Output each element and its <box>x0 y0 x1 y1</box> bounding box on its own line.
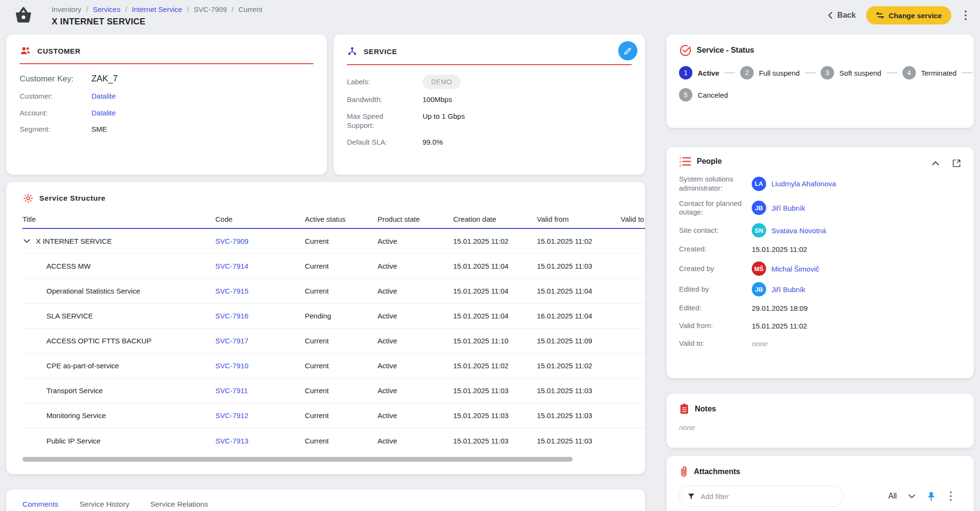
row-title: Operational Statistics Service <box>46 287 140 295</box>
col-product-state[interactable]: Product state <box>378 215 453 223</box>
basket-logo-icon[interactable] <box>12 4 34 26</box>
col-valid-from[interactable]: Valid from <box>537 215 621 223</box>
row-product-state: Active <box>378 386 453 395</box>
step-label: Soft suspend <box>839 69 881 77</box>
field-label: Edited by <box>679 285 752 294</box>
table-row[interactable]: Transport Service SVC-7911 Current Activ… <box>22 378 645 403</box>
table-row[interactable]: Operational Statistics Service SVC-7915 … <box>22 279 645 304</box>
row-code-link[interactable]: SVC-7910 <box>215 362 305 370</box>
person-link[interactable]: Michal Šimovič <box>771 265 819 273</box>
table-row[interactable]: SLA SERVICE SVC-7916 Pending Active 15.0… <box>22 304 645 329</box>
svg-text:1: 1 <box>679 157 681 159</box>
account-link[interactable]: Datalite <box>91 109 116 117</box>
people-card-title: People <box>697 157 722 166</box>
row-code-link[interactable]: SVC-7911 <box>215 386 305 395</box>
change-service-label: Change service <box>889 11 942 20</box>
person-link[interactable]: Svatava Novotná <box>771 227 826 235</box>
row-product-state: Active <box>378 287 453 295</box>
tab-comments[interactable]: Comments <box>22 500 58 509</box>
breadcrumb-separator: / <box>125 5 127 13</box>
table-row[interactable]: X INTERNET SERVICE SVC-7909 Current Acti… <box>22 229 645 254</box>
status-step-canceled[interactable]: 5 Canceled <box>679 88 728 102</box>
chevron-down-icon[interactable] <box>23 239 30 243</box>
expand-window-icon[interactable] <box>952 159 961 168</box>
breadcrumb-services[interactable]: Services <box>93 5 121 13</box>
header-kebab-menu[interactable] <box>962 8 969 23</box>
table-row[interactable]: Monitoring Service SVC-7912 Current Acti… <box>22 403 645 428</box>
status-step-active[interactable]: 1 Active <box>679 66 719 79</box>
segment-value: SME <box>91 125 107 133</box>
tab-service-relations[interactable]: Service Relations <box>150 500 208 509</box>
row-code-link[interactable]: SVC-7913 <box>215 437 305 445</box>
customer-link[interactable]: Datalite <box>91 92 116 100</box>
filter-all-label[interactable]: All <box>888 492 897 500</box>
breadcrumb-internet-service[interactable]: Internet Service <box>132 5 182 13</box>
status-step-terminated[interactable]: 4 Terminated <box>902 66 957 79</box>
col-creation-date[interactable]: Creation date <box>453 215 537 223</box>
person-link[interactable]: Jiří Bubník <box>771 204 805 212</box>
step-number: 5 <box>679 88 692 102</box>
person-link[interactable]: Jiří Bubník <box>771 285 805 294</box>
row-title: Monitoring Service <box>46 411 106 420</box>
segment-row: Segment: SME <box>20 125 313 134</box>
pin-icon[interactable] <box>927 491 935 501</box>
breadcrumb-current[interactable]: Current <box>238 5 262 13</box>
breadcrumb-svc-code[interactable]: SVC-7909 <box>194 5 227 13</box>
field-label: Site contact: <box>679 226 752 235</box>
table-row[interactable]: ACCESS OPTIC FTTS BACKUP SVC-7917 Curren… <box>22 329 645 353</box>
status-step-soft-suspend[interactable]: 3 Soft suspend <box>821 66 881 79</box>
row-code-link[interactable]: SVC-7917 <box>215 337 305 345</box>
breadcrumb-separator: / <box>187 5 189 13</box>
step-number: 3 <box>821 66 834 79</box>
table-row[interactable]: CPE as-part-of-service SVC-7910 Current … <box>22 353 645 378</box>
scrollbar-thumb[interactable] <box>22 457 573 462</box>
avatar: JB <box>752 282 766 296</box>
horizontal-scrollbar[interactable] <box>22 457 645 462</box>
people-row-outage-contact: Contact for planned outage: JB Jiří Bubn… <box>679 199 961 217</box>
field-label: Contact for planned outage: <box>679 199 752 217</box>
notes-card-title: Notes <box>695 405 716 413</box>
page-title: X INTERNET SERVICE <box>52 17 262 27</box>
col-valid-to[interactable]: Valid to <box>621 215 645 223</box>
row-title: Transport Service <box>46 386 103 395</box>
customer-key-value: ZAK_7 <box>91 74 118 84</box>
breadcrumb-inventory[interactable]: Inventory <box>52 5 81 13</box>
row-code-link[interactable]: SVC-7912 <box>215 411 305 420</box>
row-code-link[interactable]: SVC-7915 <box>215 287 305 295</box>
tab-service-history[interactable]: Service History <box>79 500 129 509</box>
row-creation-date: 15.01.2025 11:03 <box>453 411 537 420</box>
collapse-chevron-up-icon[interactable] <box>932 161 939 166</box>
field-label: Bandwidth: <box>347 95 404 104</box>
customer-people-icon <box>20 46 31 56</box>
created-value: 15.01.2025 11:02 <box>752 245 807 253</box>
chevron-down-icon[interactable] <box>908 494 915 499</box>
row-title: ACCESS OPTIC FTTS BACKUP <box>46 337 151 345</box>
row-product-state: Active <box>378 312 453 320</box>
step-label: Canceled <box>698 91 728 99</box>
service-structure-table: Title Code Active status Product state C… <box>22 210 645 453</box>
row-active-status: Current <box>305 386 378 395</box>
filter-input-wrapper[interactable] <box>679 486 844 507</box>
status-step-full-suspend[interactable]: 2 Full suspend <box>740 66 800 79</box>
add-filter-input[interactable] <box>701 492 835 500</box>
clipboard-icon <box>679 403 690 415</box>
change-service-button[interactable]: Change service <box>866 6 951 24</box>
attachments-kebab-menu[interactable] <box>947 488 955 504</box>
service-card: SERVICE Labels: DEMO Bandwidth: 100Mbps … <box>334 34 645 175</box>
row-code-link[interactable]: SVC-7914 <box>215 262 305 270</box>
status-stepper-row2: 5 Canceled <box>679 88 961 102</box>
row-creation-date: 15.01.2025 11:02 <box>453 362 537 370</box>
edited-value: 29.01.2025 18:09 <box>752 304 808 312</box>
person-link[interactable]: Liudmyla Ahafonova <box>771 180 836 188</box>
back-button[interactable]: Back <box>827 11 856 20</box>
col-code[interactable]: Code <box>215 215 305 223</box>
row-active-status: Current <box>305 237 378 245</box>
col-title[interactable]: Title <box>22 215 215 223</box>
table-row[interactable]: Public IP Service SVC-7913 Current Activ… <box>22 428 645 453</box>
table-row[interactable]: ACCESS MW SVC-7914 Current Active 15.01.… <box>22 254 645 279</box>
col-active-status[interactable]: Active status <box>305 215 378 223</box>
row-code-link[interactable]: SVC-7916 <box>215 312 305 320</box>
row-code-link[interactable]: SVC-7909 <box>215 237 305 245</box>
row-product-state: Active <box>378 262 453 270</box>
edit-service-button[interactable] <box>618 41 637 60</box>
